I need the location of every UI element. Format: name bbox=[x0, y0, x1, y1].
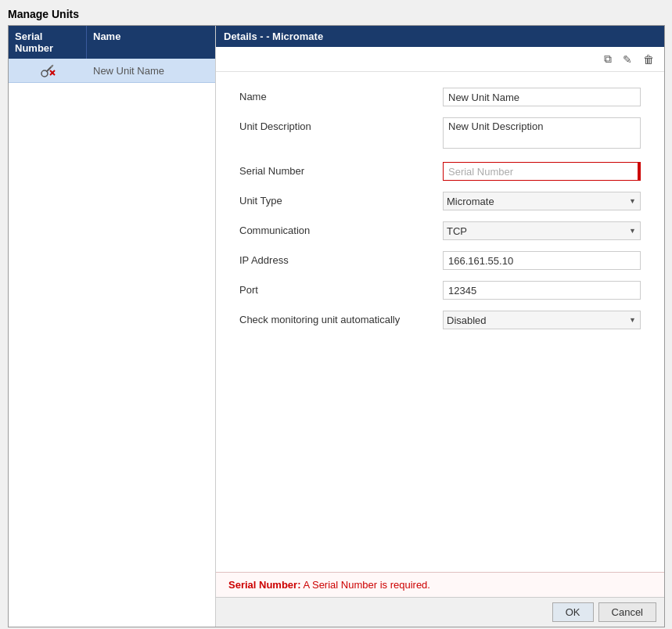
list-header: Serial Number Name bbox=[9, 26, 215, 59]
right-panel: Details - - Micromate ⧉ ✎ 🗑 Name Unit De… bbox=[216, 26, 664, 627]
port-row: Port bbox=[239, 281, 641, 300]
name-row: Name bbox=[239, 88, 641, 106]
name-input[interactable] bbox=[443, 88, 641, 106]
details-content: Name Unit Description Serial Number bbox=[216, 72, 664, 572]
name-field bbox=[443, 88, 641, 106]
port-label: Port bbox=[239, 281, 443, 296]
list-item-name: New Unit Name bbox=[87, 61, 215, 81]
left-panel: Serial Number Name New Unit Name bbox=[9, 26, 216, 627]
svg-line-2 bbox=[51, 65, 53, 67]
unit-description-input[interactable] bbox=[443, 117, 641, 149]
col-serial-header: Serial Number bbox=[9, 26, 87, 59]
footer-buttons: OK Cancel bbox=[216, 597, 664, 627]
check-monitoring-label: Check monitoring unit automatically bbox=[239, 311, 443, 325]
port-input[interactable] bbox=[443, 281, 641, 300]
details-header-title: Details - - Micromate bbox=[224, 31, 323, 42]
details-toolbar: ⧉ ✎ 🗑 bbox=[216, 47, 664, 72]
delete-button[interactable]: 🗑 bbox=[639, 50, 658, 68]
error-field: Serial Number: bbox=[228, 579, 300, 591]
serial-number-label: Serial Number bbox=[239, 162, 443, 177]
ip-address-row: IP Address bbox=[239, 251, 641, 270]
serial-number-input[interactable] bbox=[443, 162, 641, 181]
details-header: Details - - Micromate bbox=[216, 26, 664, 47]
communication-field: TCP UDP Serial bbox=[443, 221, 641, 240]
copy-button[interactable]: ⧉ bbox=[600, 50, 616, 68]
serial-number-row: Serial Number bbox=[239, 162, 641, 181]
unit-type-label: Unit Type bbox=[239, 192, 443, 207]
unit-type-select[interactable]: Micromate Other bbox=[443, 192, 641, 210]
communication-label: Communication bbox=[239, 221, 443, 236]
error-message: A Serial Number is required. bbox=[303, 579, 430, 591]
no-connection-icon bbox=[40, 63, 56, 78]
communication-row: Communication TCP UDP Serial bbox=[239, 221, 641, 240]
cancel-button[interactable]: Cancel bbox=[598, 602, 656, 622]
unit-description-label: Unit Description bbox=[239, 117, 443, 132]
error-bar: Serial Number: A Serial Number is requir… bbox=[216, 572, 664, 597]
ip-address-input[interactable] bbox=[443, 251, 641, 270]
unit-description-row: Unit Description bbox=[239, 117, 641, 151]
list-item[interactable]: New Unit Name bbox=[9, 59, 215, 83]
ip-address-label: IP Address bbox=[239, 251, 443, 266]
ok-button[interactable]: OK bbox=[552, 602, 594, 622]
edit-button[interactable]: ✎ bbox=[619, 50, 636, 68]
check-monitoring-select[interactable]: Disabled Enabled bbox=[443, 311, 641, 329]
name-label: Name bbox=[239, 88, 443, 102]
col-name-header: Name bbox=[87, 26, 215, 59]
check-monitoring-row: Check monitoring unit automatically Disa… bbox=[239, 311, 641, 329]
check-monitoring-field: Disabled Enabled bbox=[443, 311, 641, 329]
unit-type-field: Micromate Other bbox=[443, 192, 641, 210]
unit-type-row: Unit Type Micromate Other bbox=[239, 192, 641, 210]
serial-number-field bbox=[443, 162, 641, 181]
list-item-serial bbox=[9, 59, 87, 82]
unit-description-field bbox=[443, 117, 641, 151]
page-title: Manage Units bbox=[8, 8, 664, 20]
communication-select[interactable]: TCP UDP Serial bbox=[443, 221, 641, 240]
port-field bbox=[443, 281, 641, 300]
ip-address-field bbox=[443, 251, 641, 270]
main-container: Serial Number Name New Unit Name bbox=[8, 25, 665, 627]
